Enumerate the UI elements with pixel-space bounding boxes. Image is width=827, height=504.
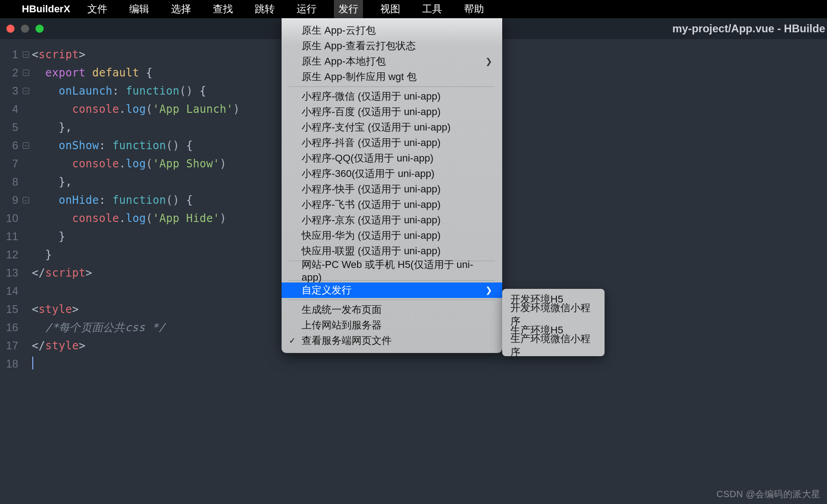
custom-publish-submenu[interactable]: 开发环境H5开发环境微信小程序生产环境H5生产环境微信小程序 <box>502 289 605 356</box>
fold-toggle-icon[interactable]: − <box>23 70 29 76</box>
menubar-item[interactable]: 运行 <box>292 0 321 19</box>
fold-toggle-icon[interactable]: − <box>23 88 29 94</box>
menu-item-label: 小程序-飞书 (仅适用于 uni-app) <box>302 198 441 212</box>
menubar-item[interactable]: 跳转 <box>250 0 279 19</box>
gutter-line: 7 <box>0 155 32 173</box>
menu-item-label: 小程序-支付宝 (仅适用于 uni-app) <box>302 121 451 134</box>
menu-item[interactable]: 网站-PC Web 或手机 H5(仅适用于 uni-app) <box>282 263 502 278</box>
gutter-line: 11 <box>0 227 32 246</box>
menubar-item[interactable]: 编辑 <box>125 0 154 19</box>
menu-item-label: 自定义发行 <box>302 283 352 297</box>
menu-item[interactable]: 小程序-京东 (仅适用于 uni-app) <box>282 212 502 228</box>
menu-item[interactable]: 小程序-QQ(仅适用于 uni-app) <box>282 151 502 166</box>
macos-menubar: HBuilderX 文件编辑选择查找跳转运行发行视图工具帮助 <box>0 0 827 18</box>
menu-item[interactable]: 快应用-华为 (仅适用于 uni-app) <box>282 228 502 243</box>
window-title: my-project/App.vue - HBuilde <box>672 18 827 39</box>
menu-item[interactable]: 小程序-飞书 (仅适用于 uni-app) <box>282 197 502 212</box>
submenu-item[interactable]: 开发环境微信小程序 <box>502 307 605 323</box>
publish-menu-dropdown[interactable]: 原生 App-云打包原生 App-查看云打包状态原生 App-本地打包❯原生 A… <box>282 18 502 353</box>
fold-toggle-icon[interactable]: − <box>23 51 29 58</box>
menu-item[interactable]: 小程序-支付宝 (仅适用于 uni-app) <box>282 120 502 135</box>
gutter-line: 10 <box>0 209 32 227</box>
menu-item-label: 上传网站到服务器 <box>302 318 382 332</box>
menubar-item[interactable]: 视图 <box>376 0 405 19</box>
menu-item[interactable]: 原生 App-云打包 <box>282 23 502 38</box>
menubar-item[interactable]: 选择 <box>166 0 196 19</box>
text-cursor <box>32 357 33 369</box>
menu-item-label: 网站-PC Web 或手机 H5(仅适用于 uni-app) <box>302 258 492 283</box>
menubar-item[interactable]: 查找 <box>208 0 237 19</box>
menu-item[interactable]: 小程序-百度 (仅适用于 uni-app) <box>282 104 502 120</box>
zoom-window-button[interactable] <box>35 25 44 33</box>
menu-item-label: 原生 App-制作应用 wgt 包 <box>302 70 417 84</box>
minimize-window-button[interactable] <box>21 25 29 33</box>
gutter-line: 8 <box>0 173 32 191</box>
menu-item-label: 小程序-京东 (仅适用于 uni-app) <box>302 213 441 227</box>
menu-item[interactable]: 原生 App-制作应用 wgt 包 <box>282 69 502 85</box>
menu-item[interactable]: 小程序-360(仅适用于 uni-app) <box>282 166 502 181</box>
menu-item[interactable]: 原生 App-查看云打包状态 <box>282 38 502 54</box>
menu-item[interactable]: 快应用-联盟 (仅适用于 uni-app) <box>282 243 502 259</box>
menubar-item[interactable]: 发行 <box>334 0 363 19</box>
menubar-item[interactable]: 帮助 <box>459 0 489 19</box>
gutter-line: 9− <box>0 191 32 209</box>
app-name[interactable]: HBuilderX <box>22 3 70 15</box>
menu-item-label: 小程序-360(仅适用于 uni-app) <box>302 167 434 181</box>
gutter-line: 17 <box>0 337 32 355</box>
menu-item-label: 快应用-联盟 (仅适用于 uni-app) <box>302 244 441 258</box>
menu-item-label: 小程序-微信 (仅适用于 uni-app) <box>302 90 441 103</box>
menu-item[interactable]: 小程序-微信 (仅适用于 uni-app) <box>282 89 502 104</box>
gutter-line: 4 <box>0 100 32 118</box>
chevron-right-icon: ❯ <box>485 285 492 295</box>
gutter-line: 18 <box>0 355 32 373</box>
watermark: CSDN @会编码的派大星 <box>716 488 821 500</box>
fold-toggle-icon[interactable]: − <box>23 142 29 149</box>
gutter-line: 3− <box>0 82 32 100</box>
menu-item-label: 小程序-快手 (仅适用于 uni-app) <box>302 182 441 196</box>
gutter-line: 2− <box>0 64 32 82</box>
chevron-right-icon: ❯ <box>485 56 492 66</box>
traffic-lights <box>6 25 44 33</box>
menu-item-label: 生成统一发布页面 <box>302 303 382 317</box>
menu-item-label: 小程序-QQ(仅适用于 uni-app) <box>302 151 434 165</box>
checkmark-icon: ✓ <box>289 336 296 346</box>
menu-item-label: 快应用-华为 (仅适用于 uni-app) <box>302 229 441 242</box>
code-line[interactable] <box>32 355 827 373</box>
gutter-line: 15 <box>0 300 32 318</box>
gutter-line: 16 <box>0 318 32 337</box>
menubar-item[interactable]: 文件 <box>83 0 112 19</box>
menu-item[interactable]: 小程序-快手 (仅适用于 uni-app) <box>282 181 502 197</box>
menu-item-label: 查看服务端网页文件 <box>302 334 392 348</box>
menu-item[interactable]: 生成统一发布页面 <box>282 302 502 318</box>
menu-item[interactable]: 自定义发行❯ <box>282 282 502 298</box>
gutter-line: 5 <box>0 118 32 136</box>
menu-item[interactable]: ✓查看服务端网页文件 <box>282 333 502 348</box>
gutter-line: 14 <box>0 282 32 300</box>
gutter-line: 12 <box>0 246 32 264</box>
gutter-line: 6− <box>0 136 32 155</box>
menu-item[interactable]: 小程序-抖音 (仅适用于 uni-app) <box>282 135 502 151</box>
menu-item-label: 小程序-抖音 (仅适用于 uni-app) <box>302 136 441 150</box>
menu-item-label: 小程序-百度 (仅适用于 uni-app) <box>302 105 441 119</box>
menubar-item[interactable]: 工具 <box>418 0 447 19</box>
menu-item-label: 原生 App-云打包 <box>302 24 376 37</box>
gutter: 1−2−3−456−789−101112131415161718 <box>0 39 32 504</box>
close-window-button[interactable] <box>6 25 15 33</box>
gutter-line: 1− <box>0 45 32 64</box>
menu-item[interactable]: 上传网站到服务器 <box>282 318 502 333</box>
menu-item[interactable]: 原生 App-本地打包❯ <box>282 54 502 69</box>
gutter-line: 13 <box>0 264 32 282</box>
menu-item-label: 原生 App-查看云打包状态 <box>302 39 416 53</box>
fold-toggle-icon[interactable]: − <box>23 197 29 203</box>
menu-item-label: 原生 App-本地打包 <box>302 55 386 68</box>
submenu-item[interactable]: 生产环境微信小程序 <box>502 338 605 353</box>
